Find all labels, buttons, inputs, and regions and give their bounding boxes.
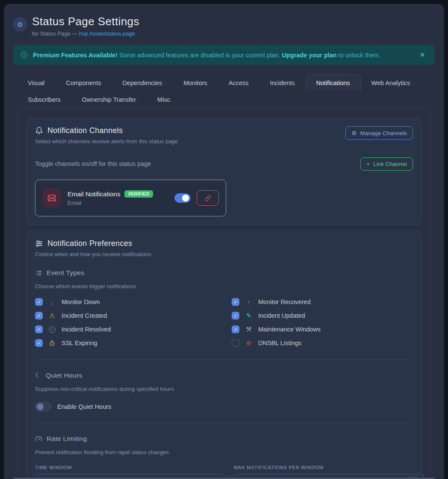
event-type-label: SSL Expiring bbox=[62, 340, 97, 346]
arrow-up-icon: ↑ bbox=[245, 299, 253, 306]
event-type-incident-created[interactable]: ✓ ⚠ Incident Created bbox=[35, 311, 232, 320]
event-type-label: Monitor Down bbox=[62, 299, 100, 305]
moon-icon: ☾ bbox=[35, 371, 41, 379]
banner-middle-text: Some advanced features are disabled in y… bbox=[118, 52, 282, 59]
channel-name: Email Notifications bbox=[68, 190, 120, 198]
event-types-description: Choose which events trigger notification… bbox=[35, 283, 413, 290]
sliders-icon bbox=[35, 240, 43, 248]
lock-icon bbox=[48, 340, 56, 346]
channels-section-subtitle: Select which channels receive alerts fro… bbox=[35, 138, 178, 145]
tab-visual[interactable]: Visual bbox=[17, 74, 55, 91]
verified-badge: VERIFIED bbox=[124, 190, 153, 198]
event-type-monitor-recovered[interactable]: ✓ ↑ Monitor Recovered bbox=[232, 297, 413, 307]
tab-subscribers[interactable]: Subscribers bbox=[17, 91, 71, 108]
notification-channels-section: Notification Channels Select which chann… bbox=[26, 118, 422, 225]
link-channel-button[interactable]: + Link Channel bbox=[360, 157, 413, 171]
check-icon: ✓ bbox=[233, 327, 237, 332]
checkbox[interactable]: ✓ bbox=[232, 312, 239, 319]
warning-triangle-icon: ⚠ bbox=[48, 312, 56, 319]
tab-monitors[interactable]: Monitors bbox=[173, 74, 218, 91]
notification-preferences-section: Notification Preferences Control when an… bbox=[26, 231, 422, 479]
checkbox[interactable]: ✓ bbox=[232, 325, 239, 333]
banner-text: Premium Features Available! Some advance… bbox=[33, 52, 380, 59]
event-type-label: Incident Updated bbox=[258, 312, 305, 319]
event-type-dnsbl-listings[interactable]: ✓ ⊘ DNSBL Listings bbox=[232, 338, 413, 348]
check-circle-glyph: ✓ bbox=[49, 326, 56, 333]
tab-ownership-transfer[interactable]: Ownership Transfer bbox=[71, 91, 147, 108]
tab-notifications[interactable]: Notifications bbox=[306, 74, 361, 91]
tab-web-analytics[interactable]: Web Analytics bbox=[361, 74, 421, 91]
email-toggle[interactable] bbox=[174, 193, 191, 203]
banner-end-text: to unlock them. bbox=[337, 52, 380, 59]
quiet-hours-toggle[interactable] bbox=[35, 402, 51, 411]
page-header: ⚙ Status Page Settings for Status Page —… bbox=[4, 4, 444, 37]
tab-incidents[interactable]: Incidents bbox=[259, 74, 306, 91]
email-channel-card: Email Notifications VERIFIED Email bbox=[35, 180, 226, 216]
checkbox[interactable]: ✓ bbox=[35, 325, 43, 333]
no-entry-icon: ⊘ bbox=[245, 339, 253, 347]
upgrade-plan-link[interactable]: Upgrade your plan bbox=[282, 52, 336, 59]
checkbox[interactable]: ✓ bbox=[232, 298, 239, 306]
page-subtitle: for Status Page — hsp.hostedstatus.page bbox=[32, 30, 139, 37]
rate-limiting-heading-text: Rate Limiting bbox=[47, 435, 87, 443]
event-type-maintenance-windows[interactable]: ✓ ⚒ Maintenance Windows bbox=[232, 325, 413, 334]
quiet-hours-description: Suppress non-critical notifications duri… bbox=[35, 386, 413, 392]
max-notifications-label: MAX NOTIFICATIONS PER WINDOW bbox=[234, 465, 424, 470]
list-icon bbox=[35, 269, 42, 277]
settings-tab-bar: Visual Components Dependencies Monitors … bbox=[17, 74, 427, 108]
event-type-monitor-down[interactable]: ✓ ↓ Monitor Down bbox=[35, 297, 232, 307]
event-type-label: Incident Resolved bbox=[62, 326, 111, 333]
channels-section-title-text: Notification Channels bbox=[47, 126, 123, 135]
plus-icon: + bbox=[366, 161, 370, 167]
tab-dependencies[interactable]: Dependencies bbox=[112, 74, 173, 91]
banner-close-button[interactable]: ✕ bbox=[418, 51, 427, 59]
gear-icon: ⚙ bbox=[351, 130, 357, 136]
checkbox[interactable]: ✓ bbox=[35, 298, 43, 306]
toggle-channels-hint: Toggle channels on/off for this status p… bbox=[35, 160, 151, 167]
page-title: Status Page Settings bbox=[32, 15, 139, 28]
event-types-heading: Event Types bbox=[35, 269, 413, 277]
info-icon: ⓘ bbox=[21, 51, 27, 59]
event-type-label: Monitor Recovered bbox=[258, 299, 311, 305]
settings-gear-badge: ⚙ bbox=[13, 17, 27, 32]
banner-bold-text: Premium Features Available! bbox=[33, 52, 118, 59]
check-icon: ✓ bbox=[37, 341, 41, 346]
check-icon: ✓ bbox=[37, 313, 41, 318]
toggle-knob bbox=[37, 403, 44, 410]
gauge-icon bbox=[35, 435, 42, 443]
link-channel-label: Link Channel bbox=[373, 161, 407, 167]
manage-channels-button[interactable]: ⚙ Manage Channels bbox=[345, 126, 413, 140]
tab-components[interactable]: Components bbox=[55, 74, 112, 91]
premium-banner: ⓘ Premium Features Available! Some advan… bbox=[13, 45, 435, 65]
checkbox[interactable]: ✓ bbox=[35, 312, 43, 319]
channel-type: Email bbox=[68, 200, 153, 206]
status-page-settings-window: ⚙ Status Page Settings for Status Page —… bbox=[4, 4, 444, 479]
pencil-icon: ✎ bbox=[245, 312, 253, 319]
rate-limiting-description: Prevent notification flooding from rapid… bbox=[35, 449, 413, 455]
section-divider bbox=[35, 359, 413, 360]
link-icon bbox=[205, 195, 211, 201]
checkbox[interactable]: ✓ bbox=[232, 339, 239, 347]
bell-icon bbox=[35, 127, 43, 135]
channel-link-button[interactable] bbox=[197, 190, 219, 206]
tab-access[interactable]: Access bbox=[218, 74, 259, 91]
subtitle-text: for Status Page — bbox=[32, 30, 79, 37]
quiet-hours-heading-text: Quiet Hours bbox=[46, 372, 83, 379]
event-type-incident-updated[interactable]: ✓ ✎ Incident Updated bbox=[232, 311, 413, 320]
check-icon: ✓ bbox=[37, 300, 41, 305]
time-window-label: TIME WINDOW bbox=[35, 465, 226, 470]
envelope-icon bbox=[47, 194, 56, 202]
quiet-hours-heading: ☾ Quiet Hours bbox=[35, 371, 413, 379]
preferences-section-title: Notification Preferences bbox=[35, 239, 413, 248]
event-type-ssl-expiring[interactable]: ✓ SSL Expiring bbox=[35, 338, 232, 348]
quiet-hours-toggle-label: Enable Quiet Hours bbox=[57, 403, 112, 410]
event-types-heading-text: Event Types bbox=[47, 269, 84, 277]
notifications-tab-content: Notification Channels Select which chann… bbox=[17, 108, 431, 479]
toggle-knob bbox=[182, 195, 189, 201]
check-icon: ✓ bbox=[37, 327, 41, 332]
event-type-incident-resolved[interactable]: ✓ ✓ Incident Resolved bbox=[35, 325, 232, 334]
arrow-down-icon: ↓ bbox=[48, 299, 56, 306]
tab-misc[interactable]: Misc. bbox=[147, 91, 183, 108]
status-page-domain-link[interactable]: hsp.hostedstatus.page bbox=[79, 30, 135, 37]
checkbox[interactable]: ✓ bbox=[35, 339, 43, 347]
